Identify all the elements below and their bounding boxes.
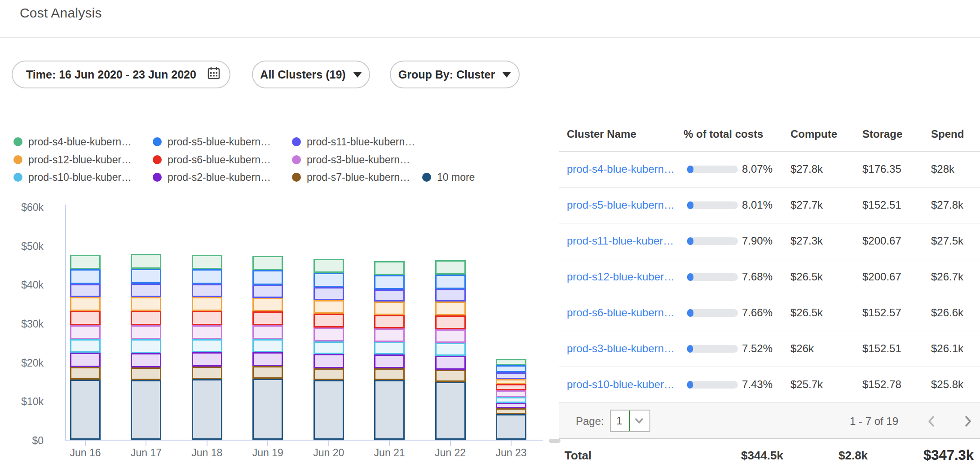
- bar-segment[interactable]: [192, 311, 222, 325]
- bar-segment[interactable]: [496, 403, 526, 408]
- bar-segment[interactable]: [313, 341, 344, 354]
- bar-segment[interactable]: [70, 380, 101, 440]
- bar-segment[interactable]: [374, 289, 405, 302]
- bar-segment[interactable]: [192, 269, 222, 284]
- bar-segment[interactable]: [374, 261, 405, 275]
- clusters-filter-dropdown[interactable]: All Clusters (19): [252, 61, 370, 88]
- bar-segment[interactable]: [192, 367, 222, 379]
- bar-segment[interactable]: [435, 382, 466, 440]
- bar-segment[interactable]: [192, 339, 222, 352]
- bar-segment[interactable]: [192, 297, 222, 311]
- bar-segment[interactable]: [70, 339, 101, 352]
- bar-segment[interactable]: [192, 325, 222, 339]
- bar-segment[interactable]: [496, 359, 526, 365]
- bar-segment[interactable]: [496, 365, 526, 372]
- legend-item[interactable]: prod-s11-blue-kubern…: [292, 136, 415, 148]
- bar-segment[interactable]: [435, 370, 466, 382]
- bar-segment[interactable]: [313, 300, 344, 314]
- cluster-name-link[interactable]: prod-s3-blue-kubern…: [567, 331, 675, 367]
- legend-item[interactable]: prod-s2-blue-kubern…: [153, 171, 271, 183]
- bar-segment[interactable]: [70, 255, 101, 269]
- bar-segment[interactable]: [313, 259, 344, 273]
- bar-segment[interactable]: [374, 302, 405, 315]
- bar-segment[interactable]: [313, 328, 344, 341]
- bar-segment[interactable]: [435, 302, 466, 315]
- bar-segment[interactable]: [252, 285, 283, 298]
- bar-segment[interactable]: [70, 311, 101, 325]
- bar-segment[interactable]: [313, 354, 344, 368]
- legend-item[interactable]: prod-s10-blue-kuber…: [13, 171, 132, 183]
- bar-segment[interactable]: [435, 356, 466, 370]
- bar-segment[interactable]: [313, 273, 344, 287]
- bar-segment[interactable]: [70, 367, 101, 380]
- bar-segment[interactable]: [131, 380, 161, 440]
- bar-segment[interactable]: [192, 284, 222, 297]
- bar-segment[interactable]: [70, 269, 101, 284]
- bar-segment[interactable]: [131, 297, 161, 311]
- bar-segment[interactable]: [131, 325, 161, 339]
- bar-segment[interactable]: [313, 287, 344, 300]
- cluster-name-link[interactable]: prod-s11-blue-kuber…: [567, 223, 674, 259]
- bar-segment[interactable]: [435, 275, 466, 289]
- bar-segment[interactable]: [131, 254, 161, 269]
- bar-segment[interactable]: [496, 372, 526, 379]
- page-select[interactable]: 1: [610, 410, 650, 432]
- bar-segment[interactable]: [252, 256, 283, 270]
- bar-segment[interactable]: [374, 380, 405, 440]
- time-range-filter[interactable]: Time: 16 Jun 2020 - 23 Jun 2020: [12, 61, 230, 88]
- bar-segment[interactable]: [192, 255, 222, 269]
- legend-item[interactable]: prod-s3-blue-kubern…: [292, 154, 410, 166]
- bar-segment[interactable]: [313, 380, 344, 440]
- bar-segment[interactable]: [252, 352, 283, 366]
- bar-segment[interactable]: [252, 298, 283, 311]
- legend-item[interactable]: prod-s5-blue-kubern…: [153, 136, 271, 148]
- bar-segment[interactable]: [496, 379, 526, 384]
- bar-segment[interactable]: [374, 328, 405, 341]
- bar-segment[interactable]: [131, 269, 161, 284]
- bar-segment[interactable]: [374, 368, 405, 380]
- cluster-name-link[interactable]: prod-s12-blue-kuber…: [567, 259, 675, 295]
- bar-segment[interactable]: [374, 342, 405, 355]
- bar-segment[interactable]: [496, 390, 526, 397]
- bar-segment[interactable]: [313, 314, 344, 328]
- bar-segment[interactable]: [374, 354, 405, 368]
- bar-segment[interactable]: [435, 343, 466, 356]
- bar-segment[interactable]: [70, 353, 101, 367]
- bar-segment[interactable]: [252, 311, 283, 325]
- bar-segment[interactable]: [435, 289, 466, 302]
- bar-segment[interactable]: [496, 384, 526, 390]
- bar-segment[interactable]: [496, 414, 526, 440]
- legend-item[interactable]: prod-s7-blue-kubern…: [292, 171, 410, 183]
- bar-segment[interactable]: [70, 297, 101, 311]
- cluster-name-link[interactable]: prod-s6-blue-kubern…: [567, 295, 675, 331]
- bar-segment[interactable]: [252, 366, 283, 379]
- bar-segment[interactable]: [374, 275, 405, 289]
- bar-segment[interactable]: [252, 270, 283, 285]
- bar-segment[interactable]: [435, 315, 466, 329]
- bar-segment[interactable]: [313, 368, 344, 380]
- legend-item[interactable]: prod-s12-blue-kuber…: [13, 154, 132, 166]
- bar-segment[interactable]: [192, 379, 222, 440]
- bar-segment[interactable]: [70, 325, 101, 339]
- cluster-name-link[interactable]: prod-s4-blue-kubern…: [567, 151, 675, 187]
- bar-segment[interactable]: [131, 339, 161, 353]
- cluster-name-link[interactable]: prod-s10-blue-kuber…: [567, 367, 675, 402]
- legend-item[interactable]: 10 more: [422, 171, 475, 183]
- group-by-dropdown[interactable]: Group By: Cluster: [390, 61, 520, 88]
- bar-segment[interactable]: [70, 284, 101, 297]
- legend-item[interactable]: prod-s6-blue-kubern…: [153, 154, 271, 166]
- bar-segment[interactable]: [435, 260, 466, 274]
- cluster-name-link[interactable]: prod-s5-blue-kubern…: [567, 187, 675, 223]
- bar-segment[interactable]: [252, 325, 283, 339]
- bar-segment[interactable]: [131, 284, 161, 297]
- chevron-left-icon[interactable]: [926, 415, 937, 427]
- bar-segment[interactable]: [131, 353, 161, 367]
- bar-segment[interactable]: [131, 367, 161, 380]
- bar-segment[interactable]: [496, 397, 526, 403]
- bar-segment[interactable]: [496, 408, 526, 414]
- legend-item[interactable]: prod-s4-blue-kubern…: [13, 136, 132, 148]
- chevron-right-icon[interactable]: [962, 415, 974, 427]
- bar-segment[interactable]: [192, 352, 222, 367]
- bar-segment[interactable]: [252, 339, 283, 352]
- bar-segment[interactable]: [435, 329, 466, 343]
